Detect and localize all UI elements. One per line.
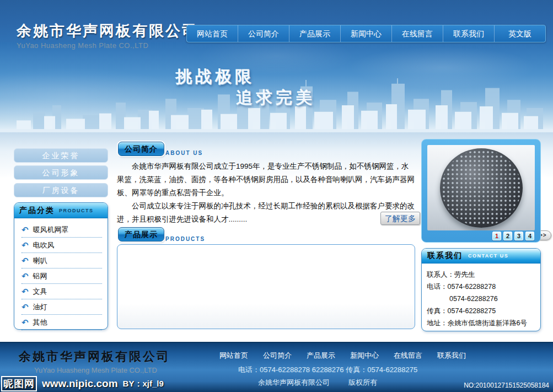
nav-item-guestbook[interactable]: 在线留言 [391, 25, 443, 42]
products-subtitle: PRODUCTS [165, 236, 205, 242]
contact-person: 联系人：劳先生 [427, 269, 536, 281]
curved-arrow-icon: ↶ [22, 256, 29, 266]
category-label: 其他 [33, 318, 47, 327]
category-item-hairdryer[interactable]: ↶电吹风 [22, 238, 102, 253]
gallery-page-2[interactable]: 2 [503, 232, 512, 240]
footer-nav-home[interactable]: 网站首页 [219, 351, 248, 361]
curved-arrow-icon: ↶ [22, 318, 29, 327]
product-category-subtitle: PRODUCTS [59, 208, 94, 213]
nipic-url: www.nipic.com [42, 378, 118, 390]
curved-arrow-icon: ↶ [22, 271, 29, 281]
curved-arrow-icon: ↶ [22, 302, 29, 312]
intro-paragraph-2: 公司成立以来专注于网板的冲孔技术，经过长期工作经验的累积以及根据客户要求的改进，… [117, 200, 416, 226]
contact-phone-2: 0574-62288276 [427, 293, 536, 305]
footer-company-name-en: YuYao Huasheng Mesh Plate CO.,LTD [34, 366, 157, 374]
gallery-page-1[interactable]: 1 [492, 232, 501, 240]
sidebar-button-image[interactable]: 公司形象 [14, 165, 108, 180]
contact-subtitle: CONTACT US [468, 253, 508, 259]
product-gallery: 1 2 3 4 [421, 139, 541, 243]
footer-serial-number: NO:20100127151525058184 [464, 382, 549, 389]
footer-nav: 网站首页 公司简介 产品展示 新闻中心 在线留言 联系我们 [219, 351, 466, 361]
footer-copyright-company: 余姚华声网板有限公司 [258, 378, 330, 388]
category-item-oil-lamp[interactable]: ↶油灯 [22, 299, 102, 315]
footer-copyright-text: 版权所有 [348, 378, 377, 388]
category-label: 油灯 [33, 302, 47, 312]
category-label: 喇叭 [33, 256, 47, 266]
category-item-stationery[interactable]: ↶文具 [22, 284, 102, 299]
nav-item-products[interactable]: 产品展示 [289, 25, 340, 42]
intro-paragraph-1: 余姚市华声网板有限公司成立于1995年，是专业生产不锈钢制品，如不锈钢网篮，水果… [117, 160, 416, 200]
gallery-page-4[interactable]: 4 [525, 232, 534, 240]
nav-item-about[interactable]: 公司简介 [238, 25, 289, 42]
curved-arrow-icon: ↶ [22, 287, 29, 297]
banner-slogan-1: 挑战极限 [175, 66, 255, 88]
header: 余姚市华声网板有限公司 YuYao Huasheng Mesh Plate CO… [0, 0, 553, 42]
category-item-aluminum-mesh[interactable]: ↶铝网 [22, 269, 102, 284]
contact-header: 联系我们 CONTACT US [422, 249, 540, 264]
logo: 余姚市华声网板有限公司 YuYao Huasheng Mesh Plate CO… [17, 21, 198, 50]
footer-nav-contact[interactable]: 联系我们 [437, 351, 466, 361]
mesh-dome-product-image[interactable] [440, 148, 523, 228]
company-name-en: YuYao Huasheng Mesh Plate CO.,LTD [17, 41, 198, 50]
footer-nav-products[interactable]: 产品展示 [307, 351, 335, 361]
about-subtitle: ABOUT US [165, 150, 203, 156]
nav-item-home[interactable]: 网站首页 [187, 25, 238, 42]
about-tab[interactable]: 公司简介 [118, 142, 164, 156]
learn-more-button[interactable]: 了解更多 [380, 212, 420, 225]
footer-nav-guestbook[interactable]: 在线留言 [394, 351, 422, 361]
curved-arrow-icon: ↶ [22, 225, 29, 235]
banner: 挑战极限 追求完美 [0, 42, 553, 132]
nipic-logo: 昵图网 [1, 376, 37, 391]
category-label: 铝网 [33, 271, 47, 281]
nipic-author: BY：xjf_l9 [123, 379, 164, 389]
sidebar-button-facilities[interactable]: 厂房设备 [14, 183, 108, 197]
contact-address: 地址：余姚市低塘街道新洋路6号 [427, 317, 536, 329]
category-item-speaker[interactable]: ↶喇叭 [22, 253, 102, 269]
products-display-box [117, 244, 415, 329]
category-label: 暖风机网罩 [33, 225, 69, 235]
category-list: ↶暖风机网罩 ↶电吹风 ↶喇叭 ↶铝网 ↶文具 ↶油灯 ↶其他 [14, 218, 108, 330]
footer-nav-news[interactable]: 新闻中心 [350, 351, 379, 361]
curved-arrow-icon: ↶ [22, 240, 29, 250]
gallery-pagination: 1 2 3 4 [492, 232, 534, 240]
product-image-frame [427, 145, 535, 230]
contact-title: 联系我们 [427, 251, 463, 261]
category-label: 电吹风 [33, 240, 55, 250]
contact-panel: 联系我们 CONTACT US 联系人：劳先生 电话：0574-62288278… [421, 248, 541, 331]
products-tab[interactable]: 产品展示 [118, 227, 164, 241]
product-category-title: 产品分类 [19, 206, 55, 216]
nipic-watermark: 昵图网 www.nipic.com BY：xjf_l9 [1, 376, 164, 391]
contact-info: 联系人：劳先生 电话：0574-62288278 0574-62288276 传… [422, 264, 540, 329]
page: 余姚市华声网板有限公司 YuYao Huasheng Mesh Plate CO… [0, 0, 553, 392]
main-nav: 网站首页 公司简介 产品展示 新闻中心 在线留言 联系我们 英文版 [186, 25, 546, 42]
company-intro: 余姚市华声网板有限公司成立于1995年，是专业生产不锈钢制品，如不锈钢网篮，水果… [117, 160, 416, 226]
category-item-heater-mesh[interactable]: ↶暖风机网罩 [22, 222, 102, 238]
sidebar-button-honors[interactable]: 企业荣誉 [14, 148, 108, 163]
nav-item-english[interactable]: 英文版 [494, 25, 545, 42]
content-area: 企业荣誉 公司形象 厂房设备 产品分类 PRODUCTS ↶暖风机网罩 ↶电吹风… [0, 132, 553, 342]
nav-item-news[interactable]: 新闻中心 [340, 25, 391, 42]
footer-nav-about[interactable]: 公司简介 [263, 351, 292, 361]
contact-phone-1: 电话：0574-62288278 [427, 281, 536, 293]
footer: 余姚市华声网板有限公司 YuYao Huasheng Mesh Plate CO… [0, 342, 553, 392]
contact-fax: 传真：0574-62288275 [427, 305, 536, 317]
gallery-page-3[interactable]: 3 [514, 232, 523, 240]
company-name: 余姚市华声网板有限公司 [17, 21, 198, 41]
product-category-panel: 产品分类 PRODUCTS ↶暖风机网罩 ↶电吹风 ↶喇叭 ↶铝网 ↶文具 ↶油… [14, 202, 108, 330]
footer-copyright: 余姚华声网板有限公司 版权所有 [258, 378, 377, 388]
footer-company-name: 余姚市华声网板有限公司 [19, 348, 170, 365]
category-label: 文具 [33, 287, 47, 297]
nav-item-contact[interactable]: 联系我们 [443, 25, 494, 42]
banner-slogan-2: 追求完美 [236, 87, 315, 109]
product-category-header: 产品分类 PRODUCTS [14, 203, 108, 218]
category-item-other[interactable]: ↶其他 [22, 315, 102, 330]
footer-phone-line: 电话：0574-62288278 62288276 传真：0574-622882… [238, 365, 417, 375]
